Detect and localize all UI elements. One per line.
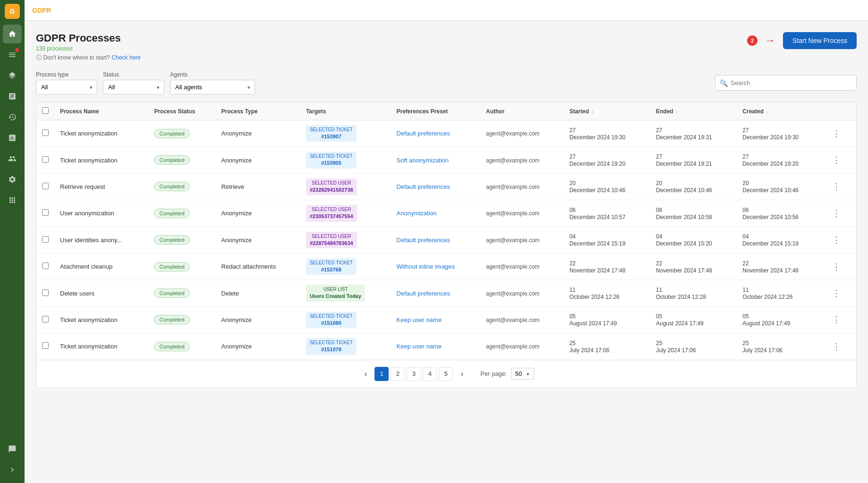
th-process-name: Process Name: [54, 102, 148, 120]
row-checkbox[interactable]: [42, 156, 49, 163]
filters-bar: Process type All Status All Agents: [36, 71, 857, 94]
row-checkbox[interactable]: [42, 129, 49, 136]
next-page-button[interactable]: ›: [455, 367, 469, 381]
th-process-type: Process Type: [216, 102, 300, 120]
target-badge: SELECTED TICKET #151079: [306, 338, 357, 355]
top-bar: GDPR: [25, 0, 868, 21]
sidebar-item-chat[interactable]: [3, 440, 22, 458]
preferences-link[interactable]: Without inline images: [397, 263, 455, 270]
page-4-button[interactable]: 4: [423, 367, 437, 381]
row-more-button[interactable]: ⋮: [829, 314, 843, 326]
row-name: Ticket anonymization: [54, 120, 148, 147]
sidebar-item-reports[interactable]: [3, 87, 22, 106]
author-text: agent@example.com: [486, 157, 540, 164]
status-badge: Completed: [154, 288, 189, 298]
preferences-link[interactable]: Keep user name: [397, 343, 442, 350]
created-date: 25July 2024 17:06: [742, 340, 783, 354]
start-new-process-button[interactable]: Start New Process: [783, 32, 857, 49]
target-label: SELECTED USER: [310, 233, 353, 240]
started-date: 22November 2024 17:48: [570, 260, 626, 274]
callout-2: 2: [747, 35, 757, 46]
row-more-button[interactable]: ⋮: [829, 154, 843, 166]
row-checkbox[interactable]: [42, 316, 49, 322]
target-id: #153907: [310, 133, 353, 140]
row-started: 20December 2024 10:46: [564, 173, 650, 200]
ended-date: 27December 2024 19:21: [656, 153, 712, 167]
author-text: agent@example.com: [486, 290, 540, 297]
row-checkbox[interactable]: [42, 263, 49, 269]
preferences-link[interactable]: Anonymization: [397, 210, 437, 217]
row-more-button[interactable]: ⋮: [829, 234, 843, 246]
row-name: Ticket anonymization: [54, 333, 148, 360]
row-checkbox[interactable]: [42, 289, 49, 296]
row-checkbox[interactable]: [42, 236, 49, 243]
row-author: agent@example.com: [480, 306, 564, 333]
preferences-link[interactable]: Default preferences: [397, 290, 450, 297]
sidebar-item-history[interactable]: [3, 108, 22, 127]
status-badge: Completed: [154, 342, 189, 351]
agents-select[interactable]: All agents: [170, 80, 255, 94]
status-select[interactable]: All: [103, 80, 164, 94]
row-type: Anonymize: [216, 227, 300, 253]
row-more-button[interactable]: ⋮: [829, 207, 843, 220]
sidebar: G: [0, 0, 25, 483]
sidebar-item-layers[interactable]: [3, 66, 22, 85]
row-type: Anonymize: [216, 333, 300, 360]
prev-page-button[interactable]: ‹: [358, 367, 373, 381]
check-here-link[interactable]: Check here: [111, 54, 140, 61]
preferences-link[interactable]: Default preferences: [397, 183, 450, 190]
row-type: Anonymize: [216, 147, 300, 173]
menu-badge: [15, 48, 19, 52]
agents-label: Agents: [170, 71, 255, 78]
preferences-link[interactable]: Default preferences: [397, 130, 450, 137]
row-more-button[interactable]: ⋮: [829, 261, 843, 273]
page-5-button[interactable]: 5: [439, 367, 453, 381]
row-checkbox[interactable]: [42, 183, 49, 189]
row-more-button[interactable]: ⋮: [829, 180, 843, 193]
agents-select-wrapper: All agents: [170, 80, 255, 94]
sidebar-item-settings[interactable]: [3, 170, 22, 189]
row-created: 06December 2024 10:56: [737, 200, 823, 227]
per-page-select[interactable]: 50: [511, 368, 534, 380]
target-id: #153905: [310, 160, 353, 167]
preferences-link[interactable]: Keep user name: [397, 316, 442, 323]
created-date: 20December 2024 10:46: [742, 180, 799, 194]
row-more-button[interactable]: ⋮: [829, 127, 843, 140]
sidebar-item-users[interactable]: [3, 149, 22, 168]
row-created: 25July 2024 17:06: [737, 333, 823, 360]
target-badge: USER LIST Users Created Today: [306, 285, 365, 301]
preferences-link[interactable]: Soft anonymization: [397, 157, 449, 164]
row-more: ⋮: [824, 120, 856, 147]
row-target: SELECTED USER #23282941502738: [300, 173, 391, 200]
row-created: 20December 2024 10:46: [737, 173, 823, 200]
page-1-button[interactable]: 1: [374, 367, 389, 381]
select-all-checkbox[interactable]: [42, 107, 49, 114]
row-more: ⋮: [824, 253, 856, 280]
row-status: Completed: [148, 200, 215, 227]
sidebar-item-analytics[interactable]: [3, 128, 22, 147]
row-checkbox-cell: [36, 200, 54, 227]
search-input[interactable]: [715, 75, 857, 91]
page-2-button[interactable]: 2: [391, 367, 405, 381]
row-checkbox[interactable]: [42, 209, 49, 216]
table-header-row: Process Name Process Status Process Type…: [36, 102, 856, 120]
target-id: #23282941502738: [310, 186, 353, 194]
sidebar-item-apps[interactable]: [3, 191, 22, 210]
status-badge: Completed: [154, 182, 189, 191]
row-name: Retrieve request: [54, 173, 148, 200]
row-more-button[interactable]: ⋮: [829, 287, 843, 299]
sidebar-item-menu[interactable]: [3, 45, 22, 64]
sidebar-item-expand[interactable]: [3, 460, 22, 479]
row-created: 27December 2024 19:30: [737, 120, 823, 147]
row-target: SELECTED USER #22875484783634: [300, 227, 391, 253]
process-type-select[interactable]: All: [36, 80, 97, 94]
row-checkbox[interactable]: [42, 342, 49, 349]
preferences-link[interactable]: Default preferences: [397, 237, 450, 244]
row-created: 04December 2024 15:19: [737, 227, 823, 253]
th-targets: Targets: [300, 102, 391, 120]
row-type: Anonymize: [216, 306, 300, 333]
row-more-button[interactable]: ⋮: [829, 340, 843, 353]
row-status: Completed: [148, 280, 215, 306]
sidebar-item-home[interactable]: [3, 25, 22, 43]
page-3-button[interactable]: 3: [407, 367, 421, 381]
